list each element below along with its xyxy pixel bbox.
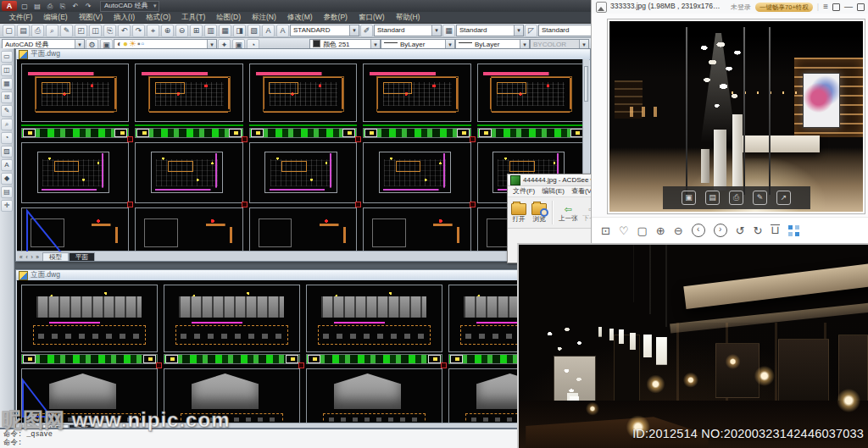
open-icon[interactable]: ▤: [17, 25, 30, 37]
rotate-left-icon[interactable]: ↺: [736, 224, 745, 237]
browse-images-icon[interactable]: ⊡: [601, 224, 610, 237]
mleader-style-icon[interactable]: ◸: [525, 25, 537, 37]
rotate-right-icon[interactable]: ↻: [754, 224, 763, 237]
zoom-in-icon[interactable]: ⊕: [161, 25, 174, 37]
save-icon[interactable]: ⎙: [31, 25, 44, 37]
browse-button[interactable]: 浏览: [531, 203, 547, 223]
menu-item[interactable]: 插入(I): [108, 12, 141, 23]
menu-item[interactable]: 编辑(E): [538, 186, 568, 196]
pan-icon[interactable]: ⌖: [147, 25, 159, 37]
copy-icon[interactable]: ◫: [89, 25, 102, 37]
edit-icon[interactable]: ✎: [60, 25, 73, 37]
zoom-window-icon[interactable]: ⊞: [190, 25, 203, 37]
undo-icon[interactable]: ↶: [118, 25, 131, 37]
text-style-combo[interactable]: STANDARD: [290, 25, 359, 36]
paste-icon[interactable]: ⎘: [103, 25, 116, 37]
restaurant-interior-photo[interactable]: ID:2012514 NO:20200323142446037033: [519, 245, 868, 448]
delete-icon[interactable]: ⊔: [771, 224, 779, 236]
layer-filter-icon[interactable]: ◐: [117, 40, 122, 48]
tab-model[interactable]: 模型: [42, 252, 69, 261]
title-separator: |: [817, 3, 819, 11]
drawing-canvas-elevation[interactable]: [17, 280, 589, 423]
tab-layout-plan[interactable]: 平面: [69, 252, 95, 261]
tab-nav-arrows[interactable]: « ‹ › »: [17, 254, 42, 261]
line-tool-icon[interactable]: ▭: [1, 51, 13, 63]
ocr-icon[interactable]: ▣: [682, 191, 696, 205]
find-icon[interactable]: ⌕: [46, 25, 58, 37]
layer-lock-icon[interactable]: ▪: [137, 40, 141, 48]
menu-item[interactable]: 修改(M): [281, 12, 318, 23]
autocad-logo-icon[interactable]: A: [2, 1, 17, 11]
menu-item[interactable]: 工具(T): [176, 12, 211, 23]
menu-item[interactable]: 帮助(H): [390, 12, 426, 23]
hatch-tool-icon[interactable]: ▨: [1, 146, 13, 158]
previous-image-button[interactable]: ⇦ 上一张: [559, 204, 578, 222]
dim-style-combo[interactable]: Standard: [374, 25, 442, 36]
menu-icon[interactable]: ≡: [823, 3, 828, 11]
redo-icon[interactable]: ↷: [83, 2, 93, 11]
layer-color-icon[interactable]: ▫: [142, 40, 145, 48]
open-file-icon[interactable]: ▤: [32, 2, 42, 11]
menu-item[interactable]: 编辑(E): [38, 12, 73, 23]
previous-image-icon[interactable]: ‹: [692, 224, 705, 237]
viewer-title-bar[interactable]: 333333.jpg (1.98MB , 2319x1768像素) - 第...…: [592, 0, 868, 14]
zoom-out-icon[interactable]: ⊖: [674, 224, 683, 237]
next-image-icon[interactable]: ›: [714, 224, 727, 237]
menu-item[interactable]: 窗口(W): [353, 12, 390, 23]
scan-icon[interactable]: ▤: [705, 191, 720, 205]
undo-icon[interactable]: ↶: [70, 2, 81, 11]
table-style-combo[interactable]: Standard: [456, 25, 524, 36]
open-button[interactable]: 打开: [511, 203, 526, 223]
more-apps-icon[interactable]: [788, 225, 799, 236]
maximize-icon[interactable]: [857, 3, 865, 11]
menu-item[interactable]: 绘图(D): [211, 12, 247, 23]
menu-item[interactable]: 格式(O): [141, 12, 176, 23]
tool-palettes-icon[interactable]: ▦: [219, 25, 231, 37]
new-icon[interactable]: ▢: [3, 25, 15, 37]
properties-icon[interactable]: ▥: [204, 25, 217, 37]
text-style-icon[interactable]: A: [276, 25, 289, 37]
autocad-title-bar[interactable]: A ▢▤⎙⎘↶↷ AutoCAD 经典: [0, 0, 591, 12]
print-icon[interactable]: ⎙: [729, 191, 743, 205]
zoom-out-icon[interactable]: ⊖: [175, 25, 188, 37]
workspace-title[interactable]: AutoCAD 经典: [100, 1, 159, 12]
minimize-icon[interactable]: —: [844, 3, 853, 11]
edit-icon[interactable]: ✎: [753, 191, 767, 205]
layer-bulb-icon[interactable]: ●: [123, 40, 128, 48]
array-tool-icon[interactable]: ⊞: [1, 91, 13, 103]
dim-style-icon[interactable]: ✐: [360, 25, 373, 37]
sheet-set-icon[interactable]: ◨: [233, 25, 246, 37]
pline-tool-icon[interactable]: ◫: [1, 64, 13, 76]
zoom-in-icon[interactable]: ⊕: [656, 224, 665, 237]
menu-item[interactable]: 标注(N): [247, 12, 282, 23]
draw-tool-icon[interactable]: ✎: [1, 105, 13, 117]
move-tool-icon[interactable]: ✛: [1, 200, 13, 212]
crop-icon[interactable]: ▢: [637, 224, 648, 237]
share-icon[interactable]: ↗: [776, 191, 791, 205]
fullscreen-icon[interactable]: [832, 3, 840, 11]
zoom-tool-icon[interactable]: ⌕: [1, 119, 13, 130]
redo-icon[interactable]: ↷: [132, 25, 145, 37]
drawing-canvas-plan[interactable]: [17, 59, 589, 252]
plot-icon[interactable]: ⎘: [58, 2, 68, 11]
text-style-icon[interactable]: A: [262, 25, 275, 37]
menu-item[interactable]: 参数(P): [318, 12, 353, 23]
point-tool-icon[interactable]: ◆: [1, 173, 13, 185]
rect-tool-icon[interactable]: ▦: [1, 78, 13, 90]
favorite-icon[interactable]: ♡: [619, 224, 629, 237]
layer-sun-icon[interactable]: ☀: [129, 40, 136, 48]
arc-tool-icon[interactable]: ◔: [1, 132, 13, 144]
menu-item[interactable]: 视图(V): [73, 12, 108, 23]
save-icon[interactable]: ⎙: [45, 2, 55, 11]
new-file-icon[interactable]: ▢: [19, 2, 30, 11]
text-tool-icon[interactable]: A: [1, 159, 13, 171]
menu-item[interactable]: 文件(F): [3, 12, 38, 23]
vip-badge[interactable]: 一键畅享70+特权: [755, 3, 813, 12]
cut-icon[interactable]: ◰: [75, 25, 87, 37]
hatch-icon[interactable]: ▧: [248, 25, 260, 37]
login-link[interactable]: 未登录: [731, 3, 751, 12]
menu-item[interactable]: 文件(F): [509, 186, 538, 196]
table-tool-icon[interactable]: ▤: [1, 186, 13, 198]
table-style-icon[interactable]: ▦: [442, 25, 455, 37]
store-interior-photo[interactable]: ▣▤⎙✎↗: [609, 21, 863, 212]
